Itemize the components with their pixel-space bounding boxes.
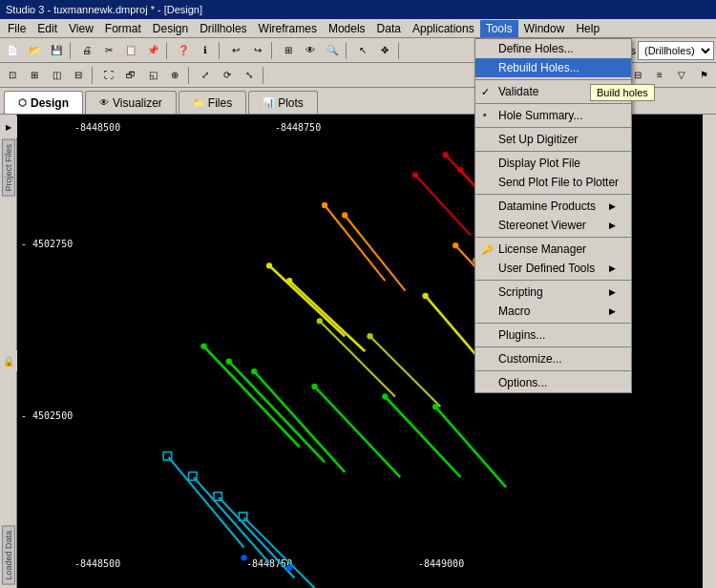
svg-point-44 bbox=[241, 555, 246, 560]
tb2-btn6[interactable]: 🗗 bbox=[120, 65, 141, 86]
display-plot-file-item[interactable]: Display Plot File bbox=[475, 154, 631, 173]
send-plot-item[interactable]: Send Plot File to Plotter bbox=[475, 173, 631, 192]
tb2-btn1[interactable]: ⊡ bbox=[2, 65, 23, 86]
svg-line-34 bbox=[435, 407, 506, 487]
svg-line-20 bbox=[320, 321, 395, 396]
help-btn[interactable]: ❓ bbox=[173, 40, 194, 61]
user-tools-arrow: ▶ bbox=[609, 263, 616, 273]
tb2-right5[interactable]: ▽ bbox=[671, 65, 692, 86]
tab-design-label: Design bbox=[31, 96, 69, 110]
sep4 bbox=[271, 42, 275, 59]
svg-line-6 bbox=[325, 205, 385, 281]
user-tools-label: User Defined Tools bbox=[498, 262, 595, 275]
menu-wireframes[interactable]: Wireframes bbox=[253, 20, 323, 37]
view-btn[interactable]: 👁 bbox=[300, 40, 321, 61]
move-btn[interactable]: ✥ bbox=[374, 40, 395, 61]
customize-item[interactable]: Customize... bbox=[475, 349, 631, 368]
menu-applications[interactable]: Applications bbox=[407, 20, 480, 37]
define-holes-item[interactable]: Define Holes... bbox=[475, 39, 631, 58]
title-bar: Studio 3 - tuxmannewk.dmproj * - [Design… bbox=[0, 0, 716, 19]
rebuild-holes-label: Rebuild Holes... bbox=[498, 61, 579, 74]
menu-data[interactable]: Data bbox=[371, 20, 407, 37]
menu-drillholes[interactable]: Drillholes bbox=[194, 20, 252, 37]
sep-2 bbox=[475, 103, 631, 104]
menu-edit[interactable]: Edit bbox=[32, 20, 63, 37]
svg-line-38 bbox=[194, 477, 269, 563]
svg-point-9 bbox=[342, 212, 347, 218]
project-files-label[interactable]: Project Files bbox=[2, 139, 15, 197]
validate-check: ✓ bbox=[481, 86, 490, 98]
zoom-btn[interactable]: 🔍 bbox=[322, 40, 343, 61]
license-manager-item[interactable]: 🔑 License Manager bbox=[475, 240, 631, 259]
redo-btn[interactable]: ↪ bbox=[247, 40, 268, 61]
svg-point-45 bbox=[286, 565, 292, 571]
menu-models[interactable]: Models bbox=[323, 20, 371, 37]
tb2-btn5[interactable]: ⛶ bbox=[98, 65, 119, 86]
menu-help[interactable]: Help bbox=[570, 20, 605, 37]
sep9 bbox=[263, 67, 266, 84]
menu-file[interactable]: File bbox=[2, 20, 32, 37]
macro-item[interactable]: Macro ▶ bbox=[475, 302, 631, 321]
setup-digitizer-label: Set Up Digitizer bbox=[498, 133, 578, 146]
right-scrollbar[interactable] bbox=[703, 115, 716, 588]
open-btn[interactable]: 📂 bbox=[24, 40, 45, 61]
menu-format[interactable]: Format bbox=[99, 20, 147, 37]
tb2-btn7[interactable]: ◱ bbox=[142, 65, 163, 86]
define-holes-label: Define Holes... bbox=[498, 42, 574, 55]
svg-point-27 bbox=[226, 358, 232, 364]
undo-btn[interactable]: ↩ bbox=[225, 40, 246, 61]
tb2-btn8[interactable]: ⊕ bbox=[164, 65, 185, 86]
tb2-right4[interactable]: ≡ bbox=[649, 65, 670, 86]
setup-digitizer-item[interactable]: Set Up Digitizer bbox=[475, 130, 631, 149]
copy-btn[interactable]: 📋 bbox=[120, 40, 141, 61]
tb2-btn10[interactable]: ⟳ bbox=[217, 65, 238, 86]
loaded-data-label[interactable]: Loaded Data bbox=[2, 526, 15, 585]
title-text: Studio 3 - tuxmannewk.dmproj * - [Design… bbox=[6, 4, 202, 15]
print-btn[interactable]: 🖨 bbox=[76, 40, 97, 61]
tb2-btn11[interactable]: ⤡ bbox=[239, 65, 260, 86]
menu-design[interactable]: Design bbox=[147, 20, 194, 37]
plugins-label: Plugins... bbox=[498, 328, 545, 342]
tab-files[interactable]: 📁 Files bbox=[179, 91, 246, 114]
svg-line-42 bbox=[244, 517, 315, 588]
tb2-btn9[interactable]: ⤢ bbox=[195, 65, 216, 86]
sidebar-arrow[interactable]: ▶ bbox=[0, 116, 19, 137]
info-btn[interactable]: ℹ bbox=[195, 40, 216, 61]
rebuild-holes-item[interactable]: Rebuild Holes... bbox=[475, 58, 631, 77]
sep-4 bbox=[475, 151, 631, 152]
tab-visualizer[interactable]: 👁 Visualizer bbox=[85, 91, 177, 114]
tb2-right6[interactable]: ⚑ bbox=[693, 65, 714, 86]
hole-summary-item[interactable]: ⚬ Hole Summary... bbox=[475, 106, 631, 125]
tab-plots[interactable]: 📊 Plots bbox=[248, 91, 318, 114]
tb2-btn3[interactable]: ◫ bbox=[46, 65, 67, 86]
tb2-btn2[interactable]: ⊞ bbox=[24, 65, 45, 86]
tb2-btn4[interactable]: ⊟ bbox=[68, 65, 89, 86]
menu-window[interactable]: Window bbox=[518, 20, 571, 37]
sep-6 bbox=[475, 237, 631, 238]
grid-btn[interactable]: ⊞ bbox=[278, 40, 299, 61]
svg-line-22 bbox=[370, 336, 441, 407]
sep-3 bbox=[475, 127, 631, 128]
menu-view[interactable]: View bbox=[63, 20, 99, 37]
options-label: Options... bbox=[498, 376, 547, 389]
select-btn[interactable]: ↖ bbox=[352, 40, 373, 61]
new-btn[interactable]: 📄 bbox=[2, 40, 23, 61]
hole-summary-label: Hole Summary... bbox=[498, 109, 582, 122]
svg-point-23 bbox=[367, 333, 372, 339]
tab-design[interactable]: ⬡ Design bbox=[4, 91, 83, 114]
user-tools-item[interactable]: User Defined Tools ▶ bbox=[475, 259, 631, 278]
paste-btn[interactable]: 📌 bbox=[142, 40, 163, 61]
view-combo[interactable]: (Drillholes) bbox=[638, 41, 714, 60]
scripting-item[interactable]: Scripting ▶ bbox=[475, 283, 631, 302]
plugins-item[interactable]: Plugins... bbox=[475, 326, 631, 345]
cut-btn[interactable]: ✂ bbox=[98, 40, 119, 61]
save-btn[interactable]: 💾 bbox=[46, 40, 67, 61]
license-icon: 🔑 bbox=[481, 244, 493, 255]
sep2 bbox=[166, 42, 170, 59]
datamine-products-item[interactable]: Datamine Products ▶ bbox=[475, 197, 631, 216]
stereonet-viewer-item[interactable]: Stereonet Viewer ▶ bbox=[475, 216, 631, 235]
sidebar-lock[interactable]: 🔒 bbox=[0, 350, 19, 371]
menu-tools[interactable]: Tools bbox=[480, 20, 518, 37]
options-item[interactable]: Options... bbox=[475, 373, 631, 392]
svg-point-25 bbox=[200, 344, 206, 349]
